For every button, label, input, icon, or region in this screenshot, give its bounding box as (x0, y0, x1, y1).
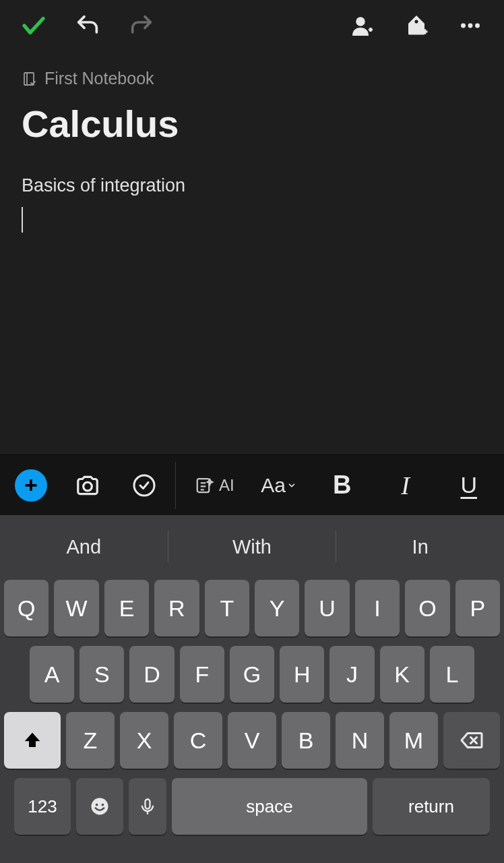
notebook-icon (22, 71, 38, 87)
suggestion[interactable]: In (336, 536, 504, 558)
keyboard: And With In Q W E R T Y U I O P A S D F … (0, 515, 504, 863)
key[interactable]: I (355, 580, 400, 636)
key[interactable]: Y (255, 580, 299, 636)
key[interactable]: R (154, 580, 199, 636)
italic-button[interactable]: I (387, 467, 424, 504)
undo-icon (74, 12, 101, 39)
task-button[interactable] (125, 467, 163, 504)
text-cursor (22, 207, 23, 233)
undo-button[interactable] (73, 11, 102, 40)
svg-point-9 (92, 798, 108, 815)
suggestion[interactable]: And (0, 536, 168, 558)
camera-button[interactable] (69, 467, 106, 504)
svg-point-7 (134, 475, 154, 496)
notebook-name: First Notebook (44, 69, 154, 88)
key-row-1: Q W E R T Y U I O P (4, 580, 500, 636)
key[interactable]: A (30, 646, 74, 703)
underline-button[interactable]: U (450, 467, 488, 504)
space-key[interactable]: space (172, 778, 367, 835)
note-body-line[interactable]: Basics of integration (0, 151, 504, 202)
key[interactable]: E (104, 580, 149, 636)
key[interactable]: D (129, 646, 174, 703)
return-key[interactable]: return (373, 778, 490, 835)
plus-icon: + (15, 469, 47, 502)
check-circle-icon (132, 473, 156, 498)
key[interactable]: M (389, 712, 438, 769)
header-bar (0, 0, 504, 49)
check-icon (20, 11, 48, 40)
svg-rect-12 (146, 800, 150, 809)
key[interactable]: P (455, 580, 500, 636)
mic-key[interactable] (129, 778, 166, 835)
chevron-down-icon (287, 481, 296, 490)
key[interactable]: G (230, 646, 274, 703)
key[interactable]: Z (66, 712, 115, 769)
key[interactable]: C (174, 712, 222, 769)
key[interactable]: Q (4, 580, 49, 636)
add-button[interactable]: + (12, 467, 50, 504)
key[interactable]: U (305, 580, 349, 636)
backspace-key[interactable] (443, 712, 500, 769)
key[interactable]: S (80, 646, 124, 703)
ai-button[interactable]: AI (195, 467, 234, 504)
ai-label: AI (219, 476, 234, 495)
key[interactable]: X (120, 712, 168, 769)
bold-button[interactable]: B (323, 467, 361, 504)
editor-toolbar: + AI Aa B I U (0, 454, 504, 515)
key[interactable]: T (205, 580, 249, 636)
notebook-selector[interactable]: First Notebook (0, 49, 504, 94)
person-add-icon (350, 13, 375, 38)
more-button[interactable] (455, 11, 485, 40)
key-row-3: Z X C V B N M (4, 712, 500, 769)
font-label: Aa (261, 474, 286, 497)
done-button[interactable] (19, 11, 49, 40)
shift-key[interactable] (4, 712, 61, 769)
key[interactable]: J (329, 646, 374, 703)
emoji-key[interactable] (76, 778, 123, 835)
suggestion-bar: And With In (0, 519, 504, 574)
emoji-icon (90, 796, 110, 816)
tag-button[interactable] (402, 11, 431, 40)
note-title[interactable]: Calculus (0, 94, 504, 151)
key[interactable]: W (54, 580, 98, 636)
svg-point-0 (356, 17, 365, 26)
camera-icon (75, 473, 100, 498)
more-icon (458, 13, 482, 38)
backspace-icon (460, 728, 484, 752)
key[interactable]: L (430, 646, 474, 703)
svg-point-11 (102, 804, 104, 806)
ai-sparkle-icon (195, 475, 215, 496)
key[interactable]: V (228, 712, 276, 769)
key[interactable]: N (336, 712, 384, 769)
svg-point-2 (461, 24, 466, 28)
svg-point-1 (414, 20, 418, 23)
svg-point-10 (96, 804, 98, 806)
redo-button[interactable] (127, 11, 156, 40)
key-row-4: 123 space return (4, 778, 500, 835)
share-button[interactable] (348, 11, 377, 40)
key[interactable]: H (280, 646, 324, 703)
key[interactable]: F (180, 646, 224, 703)
key[interactable]: K (380, 646, 424, 703)
key-row-2: A S D F G H J K L (4, 646, 500, 703)
key[interactable]: O (405, 580, 449, 636)
tag-add-icon (404, 13, 429, 38)
svg-point-4 (475, 24, 480, 28)
svg-point-6 (84, 482, 92, 491)
font-style-button[interactable]: Aa (260, 467, 298, 504)
redo-icon (128, 12, 155, 39)
shift-icon (22, 730, 42, 750)
svg-rect-5 (24, 73, 34, 85)
key[interactable]: B (282, 712, 330, 769)
editor-area[interactable]: First Notebook Calculus Basics of integr… (0, 49, 504, 454)
mic-icon (138, 797, 157, 816)
svg-point-3 (468, 24, 473, 28)
suggestion[interactable]: With (168, 536, 336, 558)
numbers-key[interactable]: 123 (14, 778, 71, 835)
